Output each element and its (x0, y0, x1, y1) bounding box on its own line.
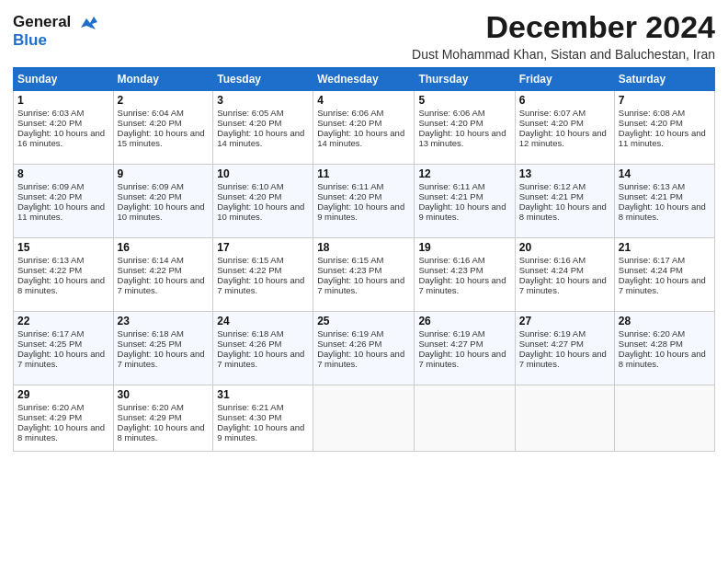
calendar-cell: 15Sunrise: 6:13 AMSunset: 4:22 PMDayligh… (14, 238, 114, 312)
calendar-cell: 17Sunrise: 6:15 AMSunset: 4:22 PMDayligh… (213, 238, 313, 312)
daylight-text: Daylight: 10 hours and 7 minutes. (519, 275, 607, 295)
sunset-text: Sunset: 4:20 PM (418, 118, 483, 128)
daylight-text: Daylight: 10 hours and 11 minutes. (17, 201, 105, 222)
sunset-text: Sunset: 4:21 PM (619, 191, 683, 201)
sunset-text: Sunset: 4:28 PM (619, 339, 683, 349)
calendar-cell: 18Sunrise: 6:15 AMSunset: 4:23 PMDayligh… (313, 238, 415, 312)
sunrise-text: Sunrise: 6:05 AM (217, 108, 283, 118)
calendar-cell: 23Sunrise: 6:18 AMSunset: 4:25 PMDayligh… (113, 312, 213, 385)
sunset-text: Sunset: 4:20 PM (317, 118, 381, 128)
sunset-text: Sunset: 4:21 PM (418, 191, 483, 201)
sunset-text: Sunset: 4:26 PM (217, 339, 281, 349)
sunrise-text: Sunrise: 6:20 AM (118, 402, 184, 412)
svg-marker-0 (81, 17, 97, 29)
sunset-text: Sunset: 4:20 PM (118, 191, 182, 201)
calendar-cell: 8Sunrise: 6:09 AMSunset: 4:20 PMDaylight… (14, 165, 114, 238)
daylight-text: Daylight: 10 hours and 7 minutes. (418, 275, 506, 295)
sunset-text: Sunset: 4:22 PM (118, 265, 182, 275)
calendar-cell: 27Sunrise: 6:19 AMSunset: 4:27 PMDayligh… (515, 312, 614, 385)
subtitle: Dust Mohammad Khan, Sistan and Baluchest… (412, 47, 715, 62)
sunset-text: Sunset: 4:20 PM (619, 118, 683, 128)
calendar-cell: 16Sunrise: 6:14 AMSunset: 4:22 PMDayligh… (113, 238, 213, 312)
sunset-text: Sunset: 4:20 PM (118, 118, 182, 128)
daylight-text: Daylight: 10 hours and 7 minutes. (118, 275, 205, 295)
daylight-text: Daylight: 10 hours and 16 minutes. (17, 128, 105, 148)
calendar-cell: 6Sunrise: 6:07 AMSunset: 4:20 PMDaylight… (515, 91, 614, 165)
daylight-text: Daylight: 10 hours and 14 minutes. (217, 128, 304, 148)
day-number: 3 (217, 94, 309, 107)
sunset-text: Sunset: 4:20 PM (17, 191, 82, 201)
calendar-cell: 7Sunrise: 6:08 AMSunset: 4:20 PMDaylight… (614, 91, 714, 165)
calendar-cell: 19Sunrise: 6:16 AMSunset: 4:23 PMDayligh… (415, 238, 515, 312)
day-number: 21 (619, 241, 711, 254)
calendar-cell: 4Sunrise: 6:06 AMSunset: 4:20 PMDaylight… (313, 91, 415, 165)
calendar-cell (515, 385, 614, 452)
day-number: 9 (118, 167, 210, 180)
daylight-text: Daylight: 10 hours and 8 minutes. (619, 349, 706, 369)
logo-line1: General (13, 13, 97, 31)
col-tuesday: Tuesday (213, 68, 313, 91)
sunset-text: Sunset: 4:21 PM (519, 191, 584, 201)
sunset-text: Sunset: 4:22 PM (217, 265, 281, 275)
sunrise-text: Sunrise: 6:18 AM (118, 328, 184, 339)
daylight-text: Daylight: 10 hours and 7 minutes. (217, 275, 304, 295)
header: General Blue December 2024 Dust Mohammad… (13, 9, 715, 62)
calendar-table: Sunday Monday Tuesday Wednesday Thursday… (13, 67, 715, 452)
col-wednesday: Wednesday (313, 68, 415, 91)
sunrise-text: Sunrise: 6:04 AM (118, 108, 184, 118)
sunrise-text: Sunrise: 6:10 AM (217, 181, 283, 191)
sunset-text: Sunset: 4:29 PM (118, 412, 182, 422)
sunset-text: Sunset: 4:20 PM (17, 118, 82, 128)
sunrise-text: Sunrise: 6:16 AM (519, 255, 586, 265)
calendar-cell (614, 385, 714, 452)
daylight-text: Daylight: 10 hours and 7 minutes. (118, 349, 205, 369)
sunrise-text: Sunrise: 6:06 AM (317, 108, 383, 118)
calendar-cell: 10Sunrise: 6:10 AMSunset: 4:20 PMDayligh… (213, 165, 313, 238)
sunrise-text: Sunrise: 6:15 AM (217, 255, 283, 265)
sunrise-text: Sunrise: 6:09 AM (17, 181, 84, 191)
sunrise-text: Sunrise: 6:03 AM (17, 108, 84, 118)
day-number: 16 (118, 241, 210, 254)
sunrise-text: Sunrise: 6:12 AM (519, 181, 586, 191)
calendar-header-row: Sunday Monday Tuesday Wednesday Thursday… (14, 68, 715, 91)
logo: General Blue (13, 13, 97, 49)
calendar-cell: 31Sunrise: 6:21 AMSunset: 4:30 PMDayligh… (213, 385, 313, 452)
sunrise-text: Sunrise: 6:17 AM (619, 255, 685, 265)
day-number: 10 (217, 167, 309, 180)
sunrise-text: Sunrise: 6:11 AM (317, 181, 383, 191)
calendar-cell: 22Sunrise: 6:17 AMSunset: 4:25 PMDayligh… (14, 312, 114, 385)
day-number: 19 (418, 241, 510, 254)
calendar-cell: 12Sunrise: 6:11 AMSunset: 4:21 PMDayligh… (415, 165, 515, 238)
sunset-text: Sunset: 4:27 PM (418, 339, 483, 349)
day-number: 8 (17, 167, 109, 180)
daylight-text: Daylight: 10 hours and 9 minutes. (317, 201, 404, 222)
calendar-cell: 14Sunrise: 6:13 AMSunset: 4:21 PMDayligh… (614, 165, 714, 238)
sunset-text: Sunset: 4:20 PM (217, 118, 281, 128)
day-number: 1 (17, 94, 109, 107)
daylight-text: Daylight: 10 hours and 7 minutes. (418, 349, 506, 369)
day-number: 7 (619, 94, 711, 107)
day-number: 2 (118, 94, 210, 107)
day-number: 24 (217, 315, 309, 327)
col-thursday: Thursday (415, 68, 515, 91)
daylight-text: Daylight: 10 hours and 7 minutes. (619, 275, 706, 295)
sunrise-text: Sunrise: 6:07 AM (519, 108, 586, 118)
daylight-text: Daylight: 10 hours and 10 minutes. (217, 201, 304, 222)
sunset-text: Sunset: 4:20 PM (217, 191, 281, 201)
calendar-cell (415, 385, 515, 452)
sunrise-text: Sunrise: 6:11 AM (418, 181, 484, 191)
day-number: 30 (118, 388, 210, 401)
day-number: 27 (519, 315, 610, 327)
daylight-text: Daylight: 10 hours and 7 minutes. (519, 349, 607, 369)
sunset-text: Sunset: 4:22 PM (17, 265, 82, 275)
sunset-text: Sunset: 4:23 PM (317, 265, 381, 275)
logo-line2: Blue (13, 31, 97, 50)
sunset-text: Sunset: 4:20 PM (317, 191, 381, 201)
page: General Blue December 2024 Dust Mohammad… (0, 0, 728, 563)
col-monday: Monday (113, 68, 213, 91)
sunrise-text: Sunrise: 6:20 AM (17, 402, 84, 412)
col-friday: Friday (515, 68, 614, 91)
title-section: December 2024 Dust Mohammad Khan, Sistan… (412, 9, 715, 62)
daylight-text: Daylight: 10 hours and 7 minutes. (17, 349, 105, 369)
calendar-cell: 5Sunrise: 6:06 AMSunset: 4:20 PMDaylight… (415, 91, 515, 165)
